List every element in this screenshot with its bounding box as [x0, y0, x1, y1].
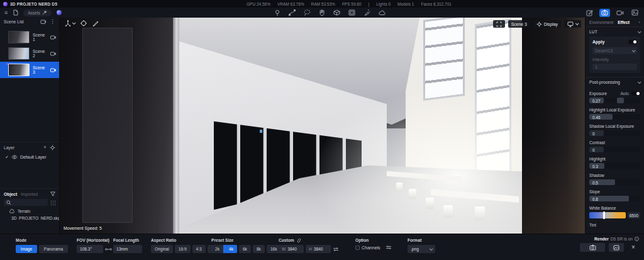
place-pin-icon[interactable] — [274, 9, 280, 16]
scene-item-2[interactable]: Scene 2 — [0, 45, 59, 62]
slope-slider[interactable]: 0.8 — [589, 196, 640, 201]
preset-6k-button[interactable]: 6k — [239, 245, 251, 253]
user-avatar[interactable] — [57, 10, 62, 15]
object-search-input[interactable] — [4, 199, 48, 206]
main-menu-icon[interactable]: ≡ — [4, 10, 8, 16]
active-scene-badge[interactable]: Scene 3 — [508, 20, 530, 28]
info-icon[interactable]: i — [635, 237, 639, 241]
app-title: 3D PROJETO NERD D5 — [10, 2, 57, 6]
preset-2k-button[interactable]: 2k — [211, 245, 223, 253]
material-frame-icon[interactable] — [348, 9, 355, 16]
apply-to-scenes-icon[interactable] — [638, 20, 640, 25]
render-queue-button[interactable] — [609, 243, 624, 252]
tab-environment[interactable]: Environment — [589, 20, 613, 25]
aspect-4-3-button[interactable]: 4:3 — [192, 245, 206, 253]
preset-8k-button[interactable]: 8k — [253, 245, 265, 253]
custom-label: Custom — [279, 238, 294, 242]
render-options-icon[interactable] — [386, 245, 392, 250]
channels-checkbox[interactable] — [355, 246, 360, 250]
focus-target-icon[interactable] — [80, 20, 87, 26]
model-box-icon[interactable] — [333, 9, 340, 16]
scene-sync-dot — [6, 63, 8, 65]
display-settings-icon — [536, 21, 542, 27]
white-balance-handle[interactable] — [603, 212, 605, 219]
render-camera-icon — [589, 244, 596, 251]
scene-item-1[interactable]: Scene 1 — [0, 29, 59, 45]
render-status: D5 SR is on — [611, 237, 633, 241]
scene-item-3-selected[interactable]: Scene 3 — [0, 62, 59, 78]
sky-cloud-icon[interactable] — [379, 10, 386, 16]
view-grid-icon[interactable] — [50, 200, 55, 205]
pen-tool-icon[interactable] — [92, 20, 99, 26]
path-spline-icon[interactable] — [289, 9, 296, 16]
media-library-button[interactable] — [630, 9, 640, 17]
viewport-3d[interactable]: Scene 3 Display Movement Speed: 5 — [60, 18, 585, 234]
grab-icon[interactable] — [319, 9, 325, 16]
slope-value: 0.8 — [592, 197, 598, 201]
format-group: Format .png — [408, 237, 435, 253]
close-render-bar-button[interactable]: × — [628, 243, 639, 252]
monitor-output-button[interactable] — [564, 20, 581, 28]
highlight-label: Highlight — [589, 157, 606, 161]
highlight-slider[interactable]: 0.3 — [589, 163, 640, 169]
import-icon[interactable] — [13, 9, 18, 16]
fit-view-button[interactable] — [493, 20, 505, 28]
post-processing-title: Post-processing — [589, 80, 620, 84]
video-render-button[interactable] — [614, 9, 625, 17]
lut-preset-select[interactable]: Desert13 — [592, 47, 637, 54]
display-mode-button[interactable]: Display — [533, 20, 561, 28]
photo-render-button[interactable] — [599, 9, 610, 17]
render-button[interactable] — [580, 243, 605, 252]
contrast-slider[interactable]: 0 — [589, 147, 640, 152]
add-layer-icon[interactable]: + — [43, 145, 47, 150]
transform-tool-button[interactable] — [65, 20, 75, 26]
tab-object[interactable]: Object — [4, 192, 17, 196]
paint-spray-icon[interactable] — [364, 9, 370, 16]
object-section: Object Imported Terrain 3D_PROJETO_NERD.… — [0, 188, 59, 234]
focal-length-input[interactable]: 13mm — [113, 245, 142, 253]
exposure-slider-handle[interactable] — [617, 98, 624, 103]
scene-camera-icon[interactable] — [50, 52, 56, 56]
lut-intensity-input[interactable]: 1 — [592, 64, 637, 70]
swap-dimensions-icon[interactable] — [333, 247, 339, 252]
lut-section-header[interactable]: LUT — [589, 27, 640, 37]
shadow-local-exposure-slider[interactable]: 0 — [589, 130, 640, 136]
object-item-terrain[interactable]: Terrain — [0, 207, 59, 213]
mode-image-button[interactable]: Image — [16, 245, 37, 253]
fov-input[interactable]: 108.3° — [77, 245, 103, 253]
stat-separator: | — [369, 2, 370, 6]
preset-4k-button[interactable]: 4k — [225, 245, 237, 253]
format-select[interactable]: .png — [408, 245, 435, 253]
scene-camera-icon[interactable] — [50, 35, 56, 40]
link-dimensions-icon[interactable] — [296, 238, 302, 243]
highlight-local-exposure-slider[interactable]: 0.46 — [589, 114, 640, 120]
tab-effect[interactable]: Effect — [618, 20, 630, 25]
white-balance-slider[interactable] — [589, 212, 626, 218]
aspect-16-9-button[interactable]: 16:9 — [175, 245, 191, 253]
lasso-icon[interactable] — [304, 9, 311, 16]
assets-button[interactable]: Assets — [23, 9, 52, 16]
layer-settings-icon[interactable] — [50, 145, 55, 150]
layer-visibility-icon[interactable] — [11, 155, 18, 159]
shadow-slider[interactable]: 0.5 — [589, 179, 640, 185]
exposure-slider[interactable]: 0.27 — [589, 98, 640, 103]
add-scene-icon[interactable] — [40, 19, 47, 25]
scene-camera-icon[interactable] — [50, 68, 56, 72]
edit-render-button[interactable] — [584, 9, 595, 17]
aspect-original-button[interactable]: Original — [151, 245, 173, 253]
layer-item-default[interactable]: ✓ Default Layer — [0, 152, 59, 159]
width-input[interactable]: W 3840 — [279, 245, 304, 253]
height-input[interactable]: H 3840 — [306, 245, 331, 253]
scene-list-menu-icon[interactable]: ⋮ — [50, 19, 55, 25]
tab-imported[interactable]: Imported — [21, 192, 38, 196]
object-item-model[interactable]: 3D_PROJETO_NERD.skp — [0, 213, 59, 220]
post-processing-header[interactable]: Post-processing — [589, 77, 640, 87]
focal-length-group: Focal Length 13mm — [113, 237, 142, 253]
filter-icon[interactable] — [50, 191, 55, 196]
height-value: 3840 — [314, 247, 323, 251]
lut-apply-toggle[interactable] — [628, 40, 637, 44]
exposure-auto-toggle[interactable] — [631, 91, 640, 96]
layer-check-icon[interactable]: ✓ — [5, 155, 9, 159]
viewport-toolbar — [274, 8, 386, 18]
mode-panorama-button[interactable]: Panorama — [39, 245, 68, 253]
